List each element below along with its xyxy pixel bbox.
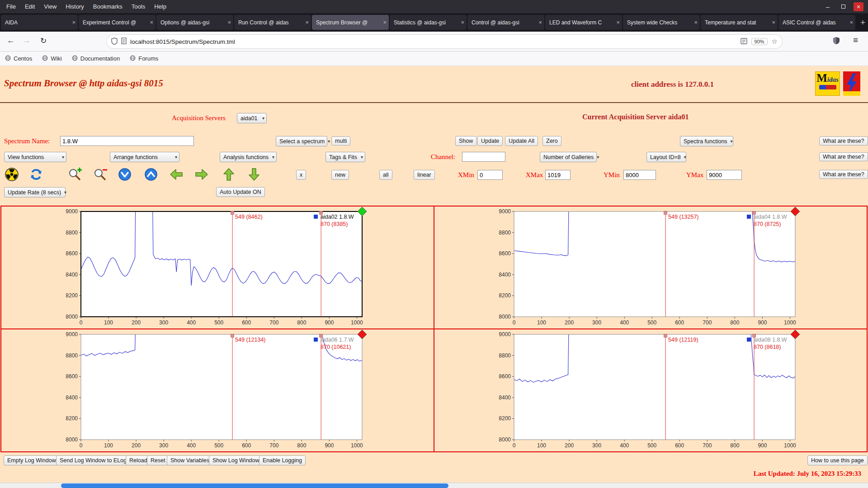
cursor-handle[interactable]: [664, 334, 667, 338]
spectrum-plot-aida04[interactable]: 8000820084008600880090000100200300400500…: [434, 206, 867, 328]
tab-temperature-and-stat[interactable]: Temperature and stat ×: [701, 15, 778, 30]
tab-close-icon[interactable]: ×: [772, 19, 775, 26]
spectra-functions-select[interactable]: Spectra functions▾: [680, 136, 733, 146]
spectrum-plot-aida06[interactable]: 8000820084008600880090000100200300400500…: [1, 329, 434, 451]
tab-system-wide-checks[interactable]: System wide Checks ×: [623, 15, 700, 30]
tab-control-aidas-gsi[interactable]: Control @ aidas-gsi ×: [467, 15, 544, 30]
menu-view[interactable]: View: [39, 0, 61, 13]
menu-file[interactable]: File: [2, 0, 20, 13]
tab-close-icon[interactable]: ×: [383, 19, 387, 26]
horizontal-scrollbar[interactable]: [0, 483, 868, 488]
cursor-handle[interactable]: [231, 211, 234, 215]
arrow-down-icon[interactable]: [247, 167, 261, 182]
tab-experiment-control[interactable]: Experiment Control @ ×: [79, 15, 156, 30]
bookmark-documentation[interactable]: Documentation: [67, 55, 125, 62]
x-button[interactable]: x: [296, 170, 306, 180]
zoom-out-icon[interactable]: [93, 167, 108, 182]
tab-asic-control-aidas[interactable]: ASIC Control @ aidas ×: [778, 15, 855, 30]
new-button[interactable]: new: [331, 170, 349, 180]
bookmark-wiki[interactable]: Wiki: [37, 55, 67, 62]
midas-logo[interactable]: Midas: [815, 71, 840, 96]
show-variables-button[interactable]: Show Variables: [167, 455, 213, 465]
reader-mode-icon[interactable]: [741, 38, 747, 46]
arrow-left-icon[interactable]: [169, 167, 184, 182]
menu-bookmarks[interactable]: Bookmarks: [89, 0, 127, 13]
what-are-these-button-2[interactable]: What are these?: [819, 152, 868, 161]
select-a-spectrum-select[interactable]: Select a spectrum▾: [276, 136, 327, 146]
new-tab-button[interactable]: +: [855, 13, 868, 32]
update-all-button[interactable]: Update All: [505, 136, 538, 146]
protections-shield-icon[interactable]: [833, 37, 840, 47]
tab-run-control-aidas[interactable]: Run Control @ aidas ×: [234, 15, 311, 30]
analysis-functions-select[interactable]: Analysis functions▾: [220, 152, 277, 162]
xmin-input[interactable]: [477, 170, 503, 180]
bookmark-centos[interactable]: Centos: [0, 55, 37, 62]
arrow-right-icon[interactable]: [194, 167, 209, 182]
arrow-up-icon[interactable]: [222, 167, 236, 182]
show-button[interactable]: Show: [455, 136, 476, 146]
update-rate-select[interactable]: Update Rate (8 secs)▾: [4, 187, 66, 197]
menu-tools[interactable]: Tools: [127, 0, 150, 13]
tab-close-icon[interactable]: ×: [305, 19, 309, 26]
spectrum-plot-aida02[interactable]: 8000820084008600880090000100200300400500…: [1, 206, 434, 328]
menu-history[interactable]: History: [61, 0, 88, 13]
url-bar[interactable]: localhost:8015/Spectrum/Spectrum.tml 90%…: [107, 35, 782, 48]
tab-spectrum-browser[interactable]: Spectrum Browser @ ×: [312, 15, 389, 30]
all-button[interactable]: all: [379, 170, 392, 180]
maximize-button[interactable]: [838, 2, 848, 11]
close-button[interactable]: ×: [854, 2, 863, 11]
number-of-galleries-select[interactable]: Number of Galleries▾: [540, 152, 597, 162]
cursor-handle[interactable]: [664, 211, 667, 215]
spectrum-plot-aida08[interactable]: 8000820084008600880090000100200300400500…: [434, 329, 867, 451]
acquisition-server-select[interactable]: aida01▾: [237, 113, 267, 123]
tab-close-icon[interactable]: ×: [849, 19, 853, 26]
menu-help[interactable]: Help: [150, 0, 171, 13]
tracking-shield-icon[interactable]: [111, 38, 118, 46]
tab-close-icon[interactable]: ×: [461, 19, 464, 26]
ymax-input[interactable]: [707, 170, 742, 180]
show-log-window-button[interactable]: Show Log Window: [209, 455, 263, 465]
how-to-use-button[interactable]: How to use this page: [807, 455, 868, 465]
menu-icon[interactable]: ≡: [853, 35, 858, 45]
zero-button[interactable]: Zero: [542, 136, 561, 146]
tab-options-aidas-gsi[interactable]: Options @ aidas-gsi ×: [156, 15, 233, 30]
bookmark-forums[interactable]: Forums: [125, 55, 163, 62]
gallery-cell-aida04[interactable]: 8000820084008600880090000100200300400500…: [434, 206, 867, 329]
page-info-icon[interactable]: [121, 38, 127, 46]
scroll-up-icon[interactable]: [144, 167, 158, 182]
tags-fits-select[interactable]: Tags & Fits▾: [326, 152, 365, 162]
powered-logo[interactable]: [843, 71, 860, 96]
multi-button[interactable]: multi: [331, 136, 350, 145]
reload-button[interactable]: ↻: [37, 36, 50, 46]
tab-close-icon[interactable]: ×: [616, 19, 620, 26]
back-button[interactable]: ←: [5, 36, 17, 45]
tab-close-icon[interactable]: ×: [227, 19, 231, 26]
tab-close-icon[interactable]: ×: [694, 19, 698, 26]
minimize-button[interactable]: –: [823, 2, 833, 11]
forward-button[interactable]: →: [20, 36, 33, 45]
gallery-cell-aida06[interactable]: 8000820084008600880090000100200300400500…: [1, 329, 434, 452]
tab-close-icon[interactable]: ×: [72, 19, 75, 26]
tab-aida[interactable]: AIDA ×: [1, 15, 78, 30]
ymin-input[interactable]: [623, 170, 656, 180]
layout-id-select[interactable]: Layout ID=8▾: [646, 152, 686, 162]
zoom-in-icon[interactable]: [68, 167, 82, 182]
scrollbar-thumb[interactable]: [61, 483, 448, 488]
bookmark-star-icon[interactable]: ☆: [772, 38, 778, 46]
cursor-handle[interactable]: [231, 334, 234, 338]
xmax-input[interactable]: [545, 170, 571, 180]
enable-logging-button[interactable]: Enable Logging: [259, 455, 306, 465]
channel-input[interactable]: [462, 152, 505, 162]
gallery-cell-aida02[interactable]: 8000820084008600880090000100200300400500…: [1, 206, 434, 329]
tab-close-icon[interactable]: ×: [538, 19, 542, 26]
tab-statistics-aidas-gsi[interactable]: Statistics @ aidas-gsi ×: [390, 15, 467, 30]
menu-edit[interactable]: Edit: [20, 0, 39, 13]
what-are-these-button-3[interactable]: What are these?: [819, 170, 868, 179]
scroll-down-icon[interactable]: [118, 167, 132, 182]
arrange-functions-select[interactable]: Arrange functions▾: [110, 152, 179, 162]
spectrum-name-input[interactable]: [60, 136, 194, 146]
radiation-icon[interactable]: [5, 167, 19, 182]
tab-led-and-waveform-c[interactable]: LED and Waveform C ×: [545, 15, 622, 30]
reset-button[interactable]: Reset: [147, 455, 169, 465]
linear-button[interactable]: linear: [414, 170, 435, 180]
